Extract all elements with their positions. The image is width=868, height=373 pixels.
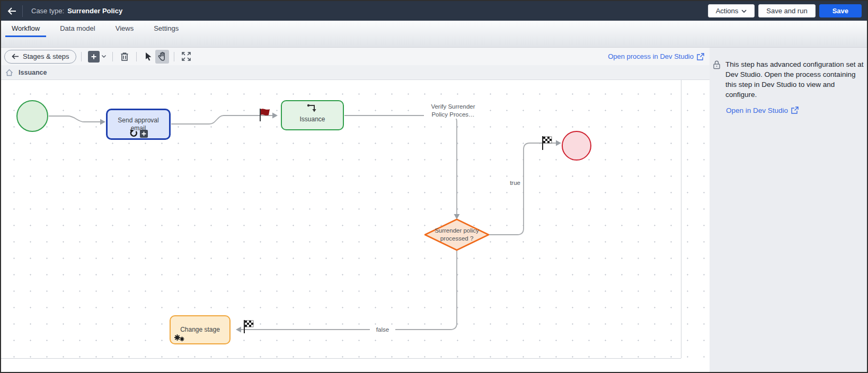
header-divider [22,5,23,17]
connector-label-false: false [370,326,395,334]
fit-view-button[interactable] [179,50,193,64]
change-stage-label: Change stage [173,326,227,334]
trash-icon [120,52,129,61]
toolbar-separator [112,52,113,61]
pan-tool-button[interactable] [155,50,169,64]
save-and-run-button[interactable]: Save and run [758,4,815,17]
send-approval-step[interactable]: Send approval email [106,109,171,140]
breadcrumb: Issuance [1,65,710,80]
connector-label-true: true [498,179,520,187]
automation-icon [129,129,138,138]
arrow-left-icon [7,7,16,15]
hand-icon [158,52,166,61]
header-bar: Case type: Surrender Policy Actions Save… [1,1,867,21]
external-link-icon [697,53,704,60]
stages-steps-button[interactable]: Stages & steps [4,50,76,64]
end-node[interactable] [562,131,591,161]
change-stage-step[interactable]: Change stage [170,315,231,344]
select-tool-button[interactable] [141,50,155,64]
start-node[interactable] [16,100,48,132]
open-process-label: Open process in Dev Studio [608,52,694,60]
case-type-label: Case type: [31,7,64,15]
cursor-icon [145,52,153,61]
advanced-config-panel: This step has advanced configuration set… [710,48,868,373]
tab-data-model[interactable]: Data model [54,21,101,37]
save-label: Save [832,7,848,15]
open-in-dev-studio-label: Open in Dev Studio [726,106,788,114]
tab-strip: Workflow Data model Views Settings [1,21,867,48]
save-and-run-label: Save and run [766,7,807,15]
issuance-label: Issuance [299,116,325,123]
canvas-toolbar: Stages & steps [1,48,710,65]
header-actions: Actions Save and run Save [708,4,867,17]
case-type-name: Surrender Policy [67,7,122,15]
tab-workflow[interactable]: Workflow [5,21,46,37]
tab-views[interactable]: Views [109,21,140,37]
decision-label[interactable]: Surrender policy processed ? [428,227,486,243]
process-canvas[interactable]: Send approval email [1,80,710,373]
stages-steps-label: Stages & steps [23,52,69,60]
plus-icon [88,51,100,63]
advanced-config-message: This step has advanced configuration set… [725,60,864,100]
toolbar-separator [174,52,174,61]
save-button[interactable]: Save [819,4,862,17]
toolbar-separator [81,52,82,61]
chevron-down-icon [741,10,747,13]
issuance-step[interactable]: Issuance [281,100,344,130]
open-process-link[interactable]: Open process in Dev Studio [608,52,706,60]
connector-label-verify: Verify Surrender Policy Proces… [424,103,482,119]
back-button[interactable] [1,1,22,21]
subprocess-icon [282,104,343,113]
toolbar-separator [136,52,137,61]
add-connector-plus-icon[interactable] [140,130,148,138]
gears-icon [174,334,184,342]
checkered-flag-marker [543,136,552,150]
lock-icon [713,60,721,100]
home-icon[interactable] [5,69,13,76]
checkered-flag-marker [244,320,253,333]
fit-screen-icon [182,52,191,61]
tab-settings[interactable]: Settings [147,21,185,37]
chevron-down-icon [102,55,106,58]
delete-button[interactable] [118,50,131,64]
red-flag-marker [260,109,270,121]
add-step-button[interactable] [86,50,108,64]
actions-button[interactable]: Actions [708,4,755,17]
external-link-icon [791,106,799,114]
stage-breadcrumb-label: Issuance [19,69,47,76]
case-designer-window: Case type: Surrender Policy Actions Save… [0,0,868,373]
open-in-dev-studio-link[interactable]: Open in Dev Studio [726,106,868,114]
actions-button-label: Actions [716,7,739,15]
arrow-left-icon [12,54,19,59]
